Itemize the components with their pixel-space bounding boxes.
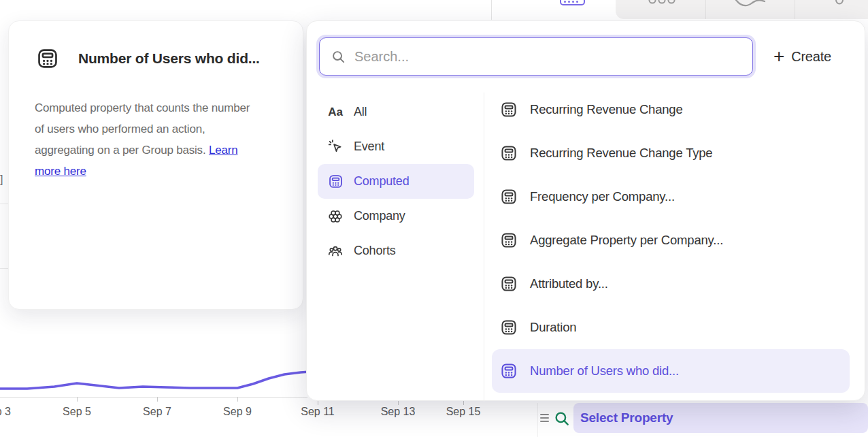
app-screen: Sep 3 Sep 5 Sep 7 Sep 9 Sep 11 Sep 13 Se…: [0, 0, 868, 437]
property-item[interactable]: Aggregate Property per Company...: [492, 218, 850, 262]
axis-tick: [77, 397, 78, 402]
x-axis-label: Sep 3: [0, 406, 24, 418]
calculator-icon: [500, 231, 518, 249]
search-input[interactable]: [354, 49, 752, 65]
property-picker-panel: + Create Aa All Event: [306, 20, 865, 401]
calculator-icon: [500, 101, 518, 118]
property-item-selected[interactable]: Number of Users who did...: [492, 349, 850, 393]
panel-edge: [537, 403, 538, 437]
x-axis-label: Sep 15: [436, 406, 490, 418]
category-all[interactable]: Aa All: [318, 95, 474, 129]
create-button[interactable]: + Create: [773, 46, 831, 67]
calculator-icon: [500, 188, 518, 206]
calculator-icon: [500, 319, 518, 336]
x-axis-label: Sep 9: [210, 406, 265, 418]
calculator-icon: [500, 275, 518, 293]
category-event[interactable]: Event: [318, 129, 474, 164]
property-item[interactable]: Recurring Revenue Change: [492, 88, 850, 131]
axis-tick: [318, 401, 318, 405]
x-axis-label: Sep 13: [371, 406, 425, 418]
topbar-divider: [491, 0, 492, 20]
category-company[interactable]: Company: [318, 199, 474, 233]
search-field[interactable]: [319, 37, 753, 76]
circle-cluster-icon: [327, 208, 344, 225]
x-axis-label: Sep 11: [290, 406, 345, 418]
truncated-background-text: ]: [0, 174, 3, 186]
trend-line-chart: [0, 366, 313, 400]
tooltip-title: Number of Users who did...: [78, 50, 260, 67]
tab-separator: [795, 0, 795, 19]
select-property-button[interactable]: Select Property: [573, 403, 868, 433]
bar-chart-tab-icon[interactable]: [648, 0, 675, 5]
panel-divider: [484, 93, 484, 402]
axis-tick: [157, 397, 158, 402]
property-list: Recurring Revenue Change Recurring Reven…: [492, 88, 850, 393]
active-tab-trend-icon[interactable]: [560, 0, 585, 5]
property-item[interactable]: Frequency per Company...: [492, 175, 850, 218]
property-item[interactable]: Recurring Revenue Change Type: [492, 131, 850, 175]
drag-handle-icon[interactable]: [540, 414, 549, 422]
chart-x-axis: [0, 397, 307, 398]
funnel-tab-icon[interactable]: [835, 0, 844, 6]
retention-curve-tab-icon[interactable]: [735, 0, 766, 9]
x-axis-label: Sep 5: [50, 406, 104, 418]
calculator-icon: [327, 174, 344, 190]
calculator-icon: [36, 47, 59, 70]
cursor-sparkle-icon: [327, 139, 344, 155]
category-list: Aa All Event: [318, 95, 474, 268]
tooltip-description: Computed property that counts the number…: [35, 97, 254, 182]
category-computed[interactable]: Computed: [318, 164, 474, 199]
calculator-icon: [500, 362, 518, 380]
text-format-icon: Aa: [327, 104, 344, 120]
people-group-icon: [327, 243, 344, 259]
property-item[interactable]: Attributed by...: [492, 262, 850, 306]
x-axis-label: Sep 7: [130, 406, 184, 418]
tab-separator: [705, 0, 706, 19]
axis-tick: [237, 397, 238, 402]
search-icon: [331, 49, 346, 65]
axis-tick: [398, 401, 399, 405]
axis-tick: [463, 401, 464, 405]
property-info-tooltip: Number of Users who did... Computed prop…: [8, 20, 303, 310]
plus-icon: +: [773, 46, 784, 67]
category-cohorts[interactable]: Cohorts: [318, 233, 474, 268]
property-item[interactable]: Duration: [492, 306, 850, 349]
calculator-icon: [500, 144, 518, 162]
property-search-icon: [553, 410, 571, 427]
